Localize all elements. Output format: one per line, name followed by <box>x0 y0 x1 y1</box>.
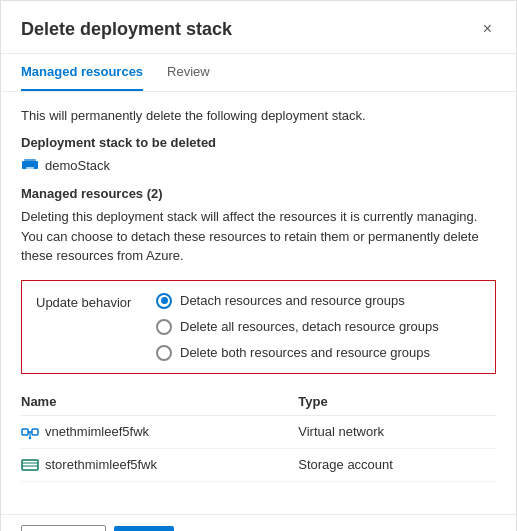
radio-detach-circle <box>156 293 172 309</box>
radio-option-delete-both[interactable]: Delete both resources and resource group… <box>156 345 481 361</box>
table-row: storethmimleef5fwk Storage account <box>21 448 496 481</box>
info-text: This will permanently delete the followi… <box>21 108 496 123</box>
svg-rect-3 <box>22 429 28 435</box>
update-behavior-label: Update behavior <box>36 293 136 310</box>
vnet-icon <box>21 423 39 441</box>
radio-detach-label: Detach resources and resource groups <box>180 293 405 308</box>
dialog-footer: Previous Next <box>1 514 516 532</box>
radio-delete-all-circle <box>156 319 172 335</box>
svg-rect-1 <box>24 159 36 161</box>
radio-delete-both-circle <box>156 345 172 361</box>
col-type: Type <box>298 388 496 416</box>
tab-managed-resources[interactable]: Managed resources <box>21 54 143 91</box>
stack-icon <box>21 156 39 174</box>
radio-delete-both-label: Delete both resources and resource group… <box>180 345 430 360</box>
radio-delete-all-label: Delete all resources, detach resource gr… <box>180 319 439 334</box>
dialog-content: This will permanently delete the followi… <box>1 92 516 514</box>
tab-review[interactable]: Review <box>167 54 210 91</box>
tabs-container: Managed resources Review <box>1 54 516 92</box>
update-behavior-box: Update behavior Detach resources and res… <box>21 280 496 374</box>
resource-vnet-type: Virtual network <box>298 415 496 448</box>
next-button[interactable]: Next <box>114 526 174 532</box>
resource-storage-name: storethmimleef5fwk <box>45 457 157 472</box>
svg-rect-8 <box>22 460 38 470</box>
resource-storage-name-cell: storethmimleef5fwk <box>21 448 298 481</box>
svg-rect-2 <box>26 167 34 169</box>
radio-option-delete-all[interactable]: Delete all resources, detach resource gr… <box>156 319 481 335</box>
close-button[interactable]: × <box>479 17 496 41</box>
resource-name-cell: vnethmimleef5fwk <box>21 415 298 448</box>
dialog-header: Delete deployment stack × <box>1 1 516 54</box>
table-row: vnethmimleef5fwk Virtual network <box>21 415 496 448</box>
resource-storage-type: Storage account <box>298 448 496 481</box>
stack-section-label: Deployment stack to be deleted <box>21 135 496 150</box>
storage-icon <box>21 456 39 474</box>
resources-table: Name Type <box>21 388 496 482</box>
radio-options: Detach resources and resource groups Del… <box>156 293 481 361</box>
dialog-title: Delete deployment stack <box>21 19 232 40</box>
stack-name-row: demoStack <box>21 156 496 174</box>
delete-deployment-stack-dialog: Delete deployment stack × Managed resour… <box>0 0 517 531</box>
svg-point-7 <box>29 436 31 438</box>
managed-resources-label: Managed resources (2) <box>21 186 496 201</box>
col-name: Name <box>21 388 298 416</box>
description-text: Deleting this deployment stack will affe… <box>21 207 496 266</box>
previous-button[interactable]: Previous <box>21 525 106 532</box>
stack-name: demoStack <box>45 158 110 173</box>
svg-rect-4 <box>32 429 38 435</box>
radio-option-detach[interactable]: Detach resources and resource groups <box>156 293 481 309</box>
resource-vnet-name: vnethmimleef5fwk <box>45 424 149 439</box>
